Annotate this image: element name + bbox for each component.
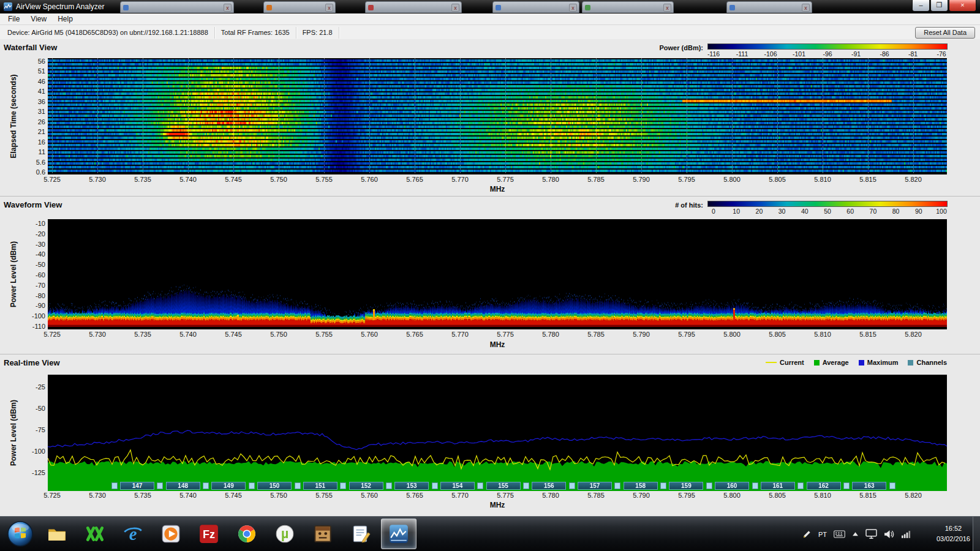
legend-item-channels: Channels [908,359,947,366]
hits-colormap-gradient [707,201,948,207]
waterfall-x-tick: 5.780 [542,176,559,183]
taskbar-green-x-app-icon[interactable] [77,519,113,549]
volume-icon[interactable] [884,530,894,539]
network-icon[interactable] [901,530,911,539]
waveform-header: Waveform View # of hits: 010203040506070… [0,197,980,215]
realtime-x-tick: 5.815 [859,492,876,499]
waveform-ylabel: Power Level (dBm) [9,241,18,307]
waterfall-header: Waterfall View Power (dBm): -116-111-106… [0,39,980,58]
channel-155: 155 [486,482,521,490]
realtime-x-tick: 5.810 [814,492,831,499]
waveform-y-tick: -110 [24,323,45,330]
realtime-xlabel: MHz [48,501,947,509]
channel-separator [157,482,163,489]
legend-tick: -106 [764,50,777,58]
legend-tick: 60 [846,208,854,215]
waterfall-x-tick: 5.725 [43,176,61,183]
waterfall-x-tick: 5.770 [451,176,469,183]
tab-close-icon[interactable]: x [569,4,577,12]
inactive-window-tab[interactable]: x [492,1,579,13]
tab-favicon [585,5,590,10]
legend-item-label: Current [780,359,804,366]
menu-help[interactable]: Help [52,14,78,24]
channel-separator [340,482,346,489]
minimize-button[interactable]: – [912,0,930,12]
display-icon[interactable] [865,529,877,539]
legend-swatch [766,362,777,363]
waterfall-x-tick: 5.815 [859,176,876,183]
waveform-x-tick: 5.775 [497,331,514,338]
channel-separator [843,482,850,489]
tab-close-icon[interactable]: x [663,4,671,12]
realtime-x-tick: 5.795 [678,492,695,499]
channel-151: 151 [303,482,337,490]
waveform-x-tick: 5.745 [225,331,242,338]
waterfall-y-tick: 16 [24,138,45,146]
pencil-icon[interactable] [802,530,812,539]
legend-tick: -91 [851,50,861,58]
caret-up-icon[interactable] [852,531,859,537]
waterfall-plot [48,58,947,174]
tab-close-icon[interactable]: x [451,4,459,12]
tab-close-icon[interactable]: x [802,4,810,12]
waveform-y-tick: -80 [24,292,45,299]
window-controls: – ❒ × [911,0,976,12]
realtime-x-tick: 5.740 [179,492,197,499]
channel-separator [295,482,301,489]
waterfall-x-tick: 5.745 [225,176,242,183]
inactive-window-tab[interactable]: x [263,1,336,13]
inactive-window-tab[interactable]: x [365,1,462,13]
realtime-x-tick: 5.750 [270,492,287,499]
tab-close-icon[interactable]: x [325,4,333,12]
svg-text:Fz: Fz [203,528,215,541]
waterfall-title: Waterfall View [4,43,57,52]
hits-legend-label: # of hits: [675,201,703,209]
restore-button[interactable]: ❒ [930,0,948,12]
waveform-y-tick: -60 [24,271,45,279]
taskbar-windows-explorer-icon[interactable] [39,519,75,549]
taskbar-airview-icon[interactable] [381,519,417,549]
taskbar-notes-icon[interactable] [343,519,379,549]
legend-tick: -86 [880,50,889,58]
taskbar-chrome-icon[interactable] [229,519,265,549]
channel-separator [477,482,483,489]
channel-158: 158 [624,482,658,490]
taskbar-clock[interactable]: 16:52 03/02/2016 [937,523,970,544]
power-legend-label: Power (dBm): [660,44,704,51]
waterfall-y-tick: 0.6 [24,168,45,176]
channel-154: 154 [440,482,475,490]
keyboard-layout-icon[interactable] [834,530,845,538]
channel-149: 149 [211,482,246,490]
waterfall-y-tick: 26 [24,118,45,126]
channel-separator [523,482,529,489]
waveform-x-tick: 5.785 [587,331,605,338]
inactive-window-tab[interactable]: x [120,1,234,13]
realtime-title: Real-time View [4,358,60,367]
waterfall-ylabel: Elapsed Time (seconds) [9,74,18,158]
reset-all-data-button[interactable]: Reset All Data [915,27,975,39]
waterfall-x-tick: 5.760 [361,176,378,183]
language-indicator[interactable]: PT [818,531,827,538]
waveform-x-tick: 5.755 [315,331,333,338]
show-desktop-button[interactable] [973,517,980,551]
taskbar-media-player-icon[interactable] [153,519,189,549]
waveform-x-tick: 5.800 [723,331,741,338]
tab-close-icon[interactable]: x [224,4,232,12]
legend-item-maximum: Maximum [859,359,899,366]
waterfall-x-tick: 5.795 [678,176,695,183]
menu-file[interactable]: File [2,14,25,24]
taskbar-doom-icon[interactable] [305,519,341,549]
taskbar-internet-explorer-icon[interactable]: e [115,519,151,549]
menu-view[interactable]: View [25,14,52,24]
waveform-title: Waveform View [4,200,62,209]
taskbar-filezilla-icon[interactable]: Fz [191,519,227,549]
realtime-x-tick: 5.785 [587,492,605,499]
inactive-window-tab[interactable]: x [726,1,812,13]
close-button[interactable]: × [949,0,976,12]
taskbar-utorrent-icon[interactable]: µ [267,519,303,549]
inactive-window-tab[interactable]: x [582,1,674,13]
waveform-x-tick: 5.750 [270,331,287,338]
start-button[interactable] [6,520,34,548]
waveform-x-tick: 5.810 [814,331,831,338]
legend-tick: 90 [915,208,922,215]
